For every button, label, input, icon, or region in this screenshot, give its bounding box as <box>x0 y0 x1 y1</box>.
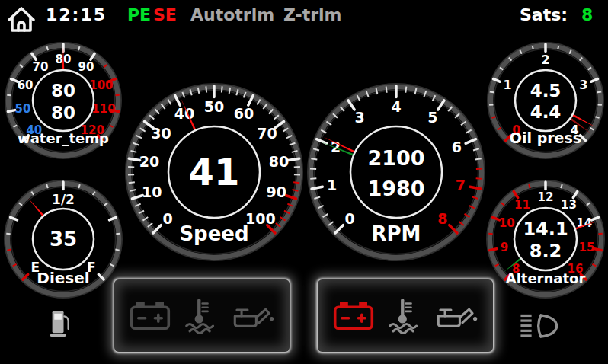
gauge-speed-scale-label: 60 <box>234 105 254 122</box>
autotrim-label: Autotrim <box>190 5 274 24</box>
gauge-speed-scale-label: 70 <box>257 125 277 142</box>
gauge-oil_press-value: 4.5 <box>530 81 562 101</box>
gauge-speed-face: 010203040506070809010041Speed <box>121 79 307 265</box>
clock-display: 12:15 <box>46 5 107 24</box>
gauge-water_temp-scale-label: 90 <box>78 60 94 74</box>
gauge-oil_press-scale-label: 1 <box>504 78 512 92</box>
gauge-water_temp-scale-label: 50 <box>15 102 31 116</box>
oil-pressure-warning-icon <box>231 302 275 330</box>
gauge-diesel-scale-label: 1/2 <box>52 192 75 207</box>
gauge-speed-value: 41 <box>189 151 240 193</box>
gauge-rpm-label: RPM <box>372 222 421 245</box>
gauge-speed-scale-label: 50 <box>204 98 224 115</box>
gauge-rpm-scale-label: 3 <box>355 109 365 126</box>
top-bar: 12:15 PE SE Autotrim Z-trim Sats: 8 <box>0 0 608 34</box>
gauge-speed-scale-label: 80 <box>269 153 289 170</box>
gauge-speed-scale-label: 30 <box>151 125 171 142</box>
gauge-speed-label: Speed <box>179 222 248 245</box>
gauge-rpm-scale-label: 6 <box>452 139 462 155</box>
sats-label: Sats: <box>520 5 568 24</box>
gauge-speed-scale-label: 100 <box>245 210 276 227</box>
gauge-alternator-value: 8.2 <box>530 241 562 262</box>
gauge-oil_press-value: 4.4 <box>530 102 562 122</box>
gauge-water_temp-scale-label: 60 <box>18 78 34 92</box>
gauge-rpm-scale-label: 7 <box>456 177 466 193</box>
gauge-alternator-scale-label: 13 <box>561 198 577 212</box>
gauge-speed-scale-label: 10 <box>142 184 162 200</box>
headlight-corner-indicator <box>520 312 561 343</box>
ztrim-label: Z-trim <box>283 5 342 24</box>
gauge-speed-scale-label: 0 <box>163 210 173 227</box>
gauge-oil_press-scale-label: 3 <box>579 78 587 92</box>
gauge-diesel-value: 35 <box>50 228 77 251</box>
gauge-diesel-face: E1/2F35Diesel <box>0 176 126 302</box>
gauge-water_temp-label: water_temp <box>18 130 109 146</box>
gauge-rpm-scale-label: 5 <box>427 109 437 126</box>
gauge-rpm-face: 01234567821001980RPM <box>303 79 489 265</box>
sats-value: 8 <box>581 5 593 24</box>
fuel-pump-corner-indicator <box>50 308 72 343</box>
gauge-oil_press-scale-label: 2 <box>541 53 549 67</box>
home-button[interactable] <box>6 5 37 33</box>
gauge-speed-scale-label: 20 <box>139 153 159 170</box>
gauge-water_temp-scale-label: 110 <box>91 102 115 116</box>
gauge-rpm: 01234567821001980RPM <box>303 79 489 268</box>
gauge-rpm-value: 1980 <box>367 177 424 200</box>
gauge-water_temp-value: 80 <box>51 81 75 101</box>
gauge-rpm-value: 2100 <box>367 146 424 170</box>
gauge-diesel: E1/2F35Diesel <box>0 176 126 305</box>
gauge-oil_press-face: 012344.54.4Oil press <box>483 38 608 163</box>
gauge-water_temp-value: 80 <box>51 103 75 123</box>
gauge-water_temp-scale-label: 100 <box>89 78 113 92</box>
gauge-speed-scale-label: 90 <box>267 184 286 200</box>
gauge-diesel-label: Diesel <box>37 269 89 287</box>
gauge-alternator-label: Alternator <box>506 270 586 286</box>
starboard-engine-indicator: SE <box>153 5 177 24</box>
gauge-rpm-scale-label: 4 <box>391 98 401 115</box>
gauge-oil_press-label: Oil press <box>510 129 581 146</box>
gauge-water_temp-scale-label: 70 <box>33 60 49 74</box>
battery-warning-icon <box>130 301 171 331</box>
gauge-alternator-scale-label: 10 <box>499 216 515 230</box>
headlight-icon <box>520 312 561 340</box>
gauge-rpm-scale-label: 1 <box>327 177 337 193</box>
port-engine-warning-panel <box>114 279 290 352</box>
marine-dashboard-screen: 12:15 PE SE Autotrim Z-trim Sats: 8 4050… <box>0 0 608 364</box>
oil-pressure-warning-icon <box>434 302 478 330</box>
gauge-speed: 010203040506070809010041Speed <box>121 79 307 268</box>
coolant-temp-warning-icon <box>185 298 216 334</box>
home-icon <box>6 5 37 33</box>
starboard-engine-warning-panel <box>318 279 493 352</box>
gauge-alternator: 891011121314151614.18.2Alternator <box>482 176 608 305</box>
gauge-alternator-value: 14.1 <box>523 219 568 240</box>
gauge-alternator-scale-label: 15 <box>579 241 595 254</box>
gauge-water_temp-face: 4050607080901001101208080water_temp <box>1 38 126 163</box>
battery-warning-icon <box>333 301 374 331</box>
fuel-pump-icon <box>50 308 72 340</box>
gauge-oil_press: 012344.54.4Oil press <box>483 38 608 166</box>
gauge-alternator-scale-label: 9 <box>501 241 508 254</box>
gauge-rpm-scale-label: 8 <box>437 210 447 227</box>
gauge-speed-scale-label: 40 <box>174 105 194 122</box>
coolant-temp-warning-icon <box>389 298 419 334</box>
gauge-alternator-scale-label: 11 <box>514 198 530 212</box>
gauge-alternator-face: 891011121314151614.18.2Alternator <box>482 176 608 302</box>
gauge-rpm-scale-label: 0 <box>345 210 355 227</box>
port-engine-indicator: PE <box>127 5 151 24</box>
gauge-alternator-scale-label: 12 <box>538 190 554 204</box>
gauge-water_temp: 4050607080901001101208080water_temp <box>1 38 126 166</box>
